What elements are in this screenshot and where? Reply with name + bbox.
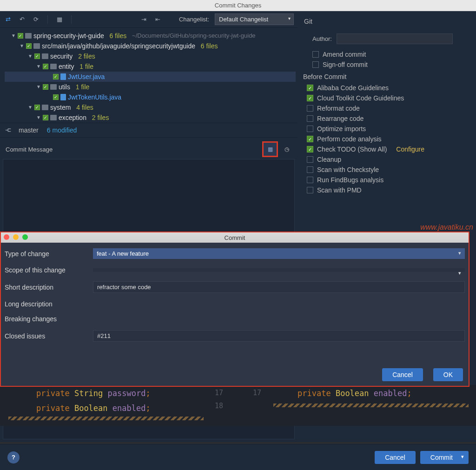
cloud-checkbox[interactable]: [307, 95, 313, 101]
breaking-label: Breaking changes: [5, 315, 88, 323]
line-gutter: 1717 18: [205, 385, 271, 410]
tree-jwttoken[interactable]: JwtTokenUtils.java: [5, 92, 296, 102]
tree-src[interactable]: ▼src/main/java/github/javaguide/springse…: [5, 41, 296, 51]
optimize-checkbox[interactable]: [307, 126, 313, 132]
commit-message-label: Commit Message: [6, 146, 53, 153]
signoff-checkbox[interactable]: [312, 61, 319, 68]
configure-link[interactable]: Configure: [396, 146, 424, 153]
before-commit-title: Before Commit: [303, 73, 470, 80]
java-file-icon: [60, 94, 66, 100]
todo-checkbox[interactable]: [307, 146, 313, 152]
folder-icon: [42, 53, 48, 59]
short-label: Short description: [5, 284, 88, 291]
cancel-button[interactable]: Cancel: [375, 451, 416, 464]
folder-icon: [33, 43, 40, 49]
zoom-icon[interactable]: [22, 234, 28, 240]
closed-input[interactable]: #211: [93, 330, 465, 342]
findbugs-checkbox[interactable]: [307, 177, 313, 183]
folder-icon: [42, 105, 48, 110]
closed-label: Closed issues: [5, 332, 88, 340]
tree-jwtuser[interactable]: JwtUser.java: [5, 72, 296, 82]
author-label: Author:: [312, 35, 332, 42]
amend-label: Amend commit: [323, 51, 366, 58]
folder-icon: [50, 84, 57, 90]
long-label: Long description: [5, 300, 88, 308]
branch-name: master: [19, 126, 39, 134]
tree-exception[interactable]: ▼exception 2 files: [5, 113, 296, 123]
refresh-icon[interactable]: ⟳: [32, 15, 40, 24]
pmd-checkbox[interactable]: [307, 187, 313, 193]
toolbar: ⇄ ↶ ⟳ ▦ ⇥ ⇤ Changelist: Default Changeli…: [0, 11, 298, 28]
folder-icon: [25, 33, 32, 39]
folder-icon: [50, 64, 57, 69]
tree-system[interactable]: ▼system 4 files: [5, 102, 296, 113]
scope-label: Scope of this change: [5, 266, 88, 274]
dialog-title-bar: Commit: [1, 232, 469, 243]
expand-icon[interactable]: ⇥: [139, 15, 148, 24]
tree-entity[interactable]: ▼entity 1 file: [5, 61, 296, 72]
folder-icon: [50, 115, 57, 120]
cleanup-checkbox[interactable]: [307, 156, 313, 163]
changelist-dropdown[interactable]: Default Changelist: [215, 13, 294, 25]
git-section-title: Git: [303, 16, 470, 32]
tree-root[interactable]: ▼spring-security-jwt-guide 6 files ~/Doc…: [5, 31, 296, 41]
short-input[interactable]: refractor some code: [93, 281, 465, 293]
commit-dialog: Commit Type of change feat - A new featu…: [0, 232, 469, 387]
type-select[interactable]: feat - A new feature: [93, 248, 465, 259]
signoff-label: Sign-off commit: [323, 61, 368, 68]
scope-select[interactable]: [93, 268, 465, 272]
reformat-checkbox[interactable]: [307, 105, 313, 112]
help-button[interactable]: ?: [7, 451, 20, 463]
type-label: Type of change: [5, 250, 88, 258]
branch-bar: ⑂ master 6 modified: [0, 123, 298, 138]
author-input[interactable]: [337, 33, 453, 44]
tree-utils[interactable]: ▼utils 1 file: [5, 82, 296, 92]
commit-button[interactable]: Commit: [420, 451, 469, 464]
java-file-icon: [60, 73, 66, 80]
dialog-ok-button[interactable]: OK: [433, 368, 463, 381]
minimize-icon[interactable]: [13, 234, 19, 240]
group-icon[interactable]: ▦: [55, 15, 64, 24]
branch-icon: ⑂: [4, 128, 12, 132]
analysis-checkbox[interactable]: [307, 136, 313, 142]
amend-checkbox[interactable]: [312, 51, 319, 58]
close-icon[interactable]: [4, 234, 9, 240]
watermark: www.javatiku.cn: [420, 223, 473, 232]
alibaba-checkbox[interactable]: [307, 85, 313, 91]
diff-view: private String password; private Boolean…: [0, 385, 476, 426]
rearrange-checkbox[interactable]: [307, 115, 313, 122]
commit-template-button[interactable]: ▦: [262, 141, 278, 157]
checkstyle-checkbox[interactable]: [307, 166, 313, 173]
dialog-cancel-button[interactable]: Cancel: [382, 368, 423, 381]
file-tree: ▼spring-security-jwt-guide 6 files ~/Doc…: [0, 28, 298, 123]
show-diff-icon[interactable]: ⇄: [4, 15, 12, 24]
collapse-icon[interactable]: ⇤: [153, 15, 162, 24]
modified-count[interactable]: 6 modified: [47, 126, 77, 134]
history-icon[interactable]: ◷: [282, 144, 292, 154]
footer: ? Cancel Commit: [0, 444, 476, 470]
template-icon: ▦: [265, 144, 275, 154]
tree-security[interactable]: ▼security 2 files: [5, 51, 296, 61]
undo-icon[interactable]: ↶: [18, 15, 26, 24]
changelist-label: Changelist:: [179, 16, 209, 23]
title-bar: Commit Changes: [0, 0, 476, 11]
